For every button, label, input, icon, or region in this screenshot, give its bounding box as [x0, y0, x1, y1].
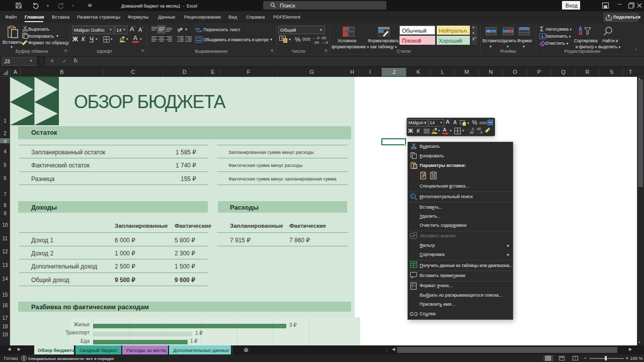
svg-text:ab: ab — [195, 27, 200, 31]
svg-text:ab: ab — [177, 27, 182, 32]
